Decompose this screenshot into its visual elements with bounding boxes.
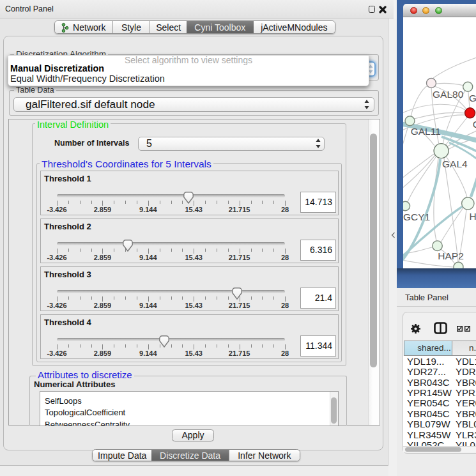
svg-text:GCY1: GCY1 [403, 211, 430, 222]
svg-text:GAL4: GAL4 [442, 158, 468, 169]
svg-text:GAL11: GAL11 [411, 126, 441, 137]
svg-text:GA: GA [469, 93, 476, 104]
svg-text:HAP2: HAP2 [438, 250, 464, 261]
svg-text:C: C [473, 119, 476, 130]
svg-text:GAL80: GAL80 [433, 89, 464, 100]
svg-text:H: H [470, 211, 476, 222]
